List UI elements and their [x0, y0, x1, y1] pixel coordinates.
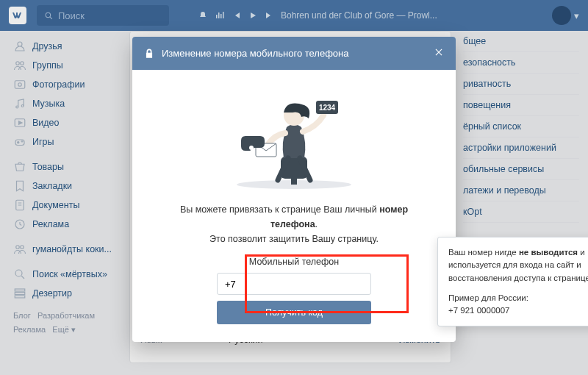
illustration: 1234	[220, 83, 368, 190]
svg-rect-25	[291, 177, 297, 185]
modal-title: Изменение номера мобильного телефона	[162, 48, 349, 59]
modal-text: Вы можете привязать к странице Ваш личны…	[162, 202, 426, 246]
phone-label: Мобильный телефон	[162, 257, 426, 267]
close-icon[interactable]	[434, 47, 444, 60]
lock-icon	[144, 49, 154, 59]
svg-point-30	[249, 146, 254, 150]
phone-tooltip: Ваш номер нигде не выводится и используе…	[437, 237, 588, 326]
svg-text:1234: 1234	[319, 104, 336, 112]
phone-change-modal: Изменение номера мобильного телефона 123…	[132, 37, 456, 342]
get-code-button[interactable]: Получить код	[217, 301, 371, 324]
modal-header: Изменение номера мобильного телефона	[132, 37, 456, 70]
phone-input[interactable]	[217, 273, 371, 295]
